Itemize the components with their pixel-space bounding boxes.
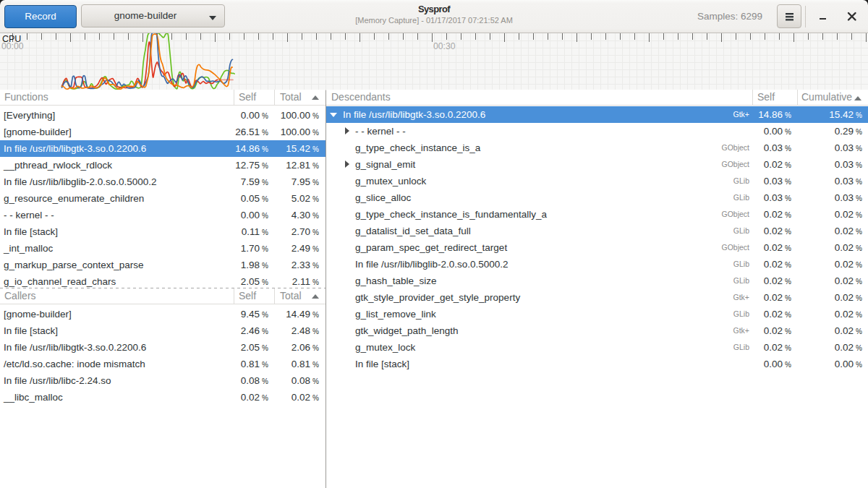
svg-text:00:30: 00:30 (433, 41, 456, 51)
svg-text:00:00: 00:00 (1, 41, 24, 51)
